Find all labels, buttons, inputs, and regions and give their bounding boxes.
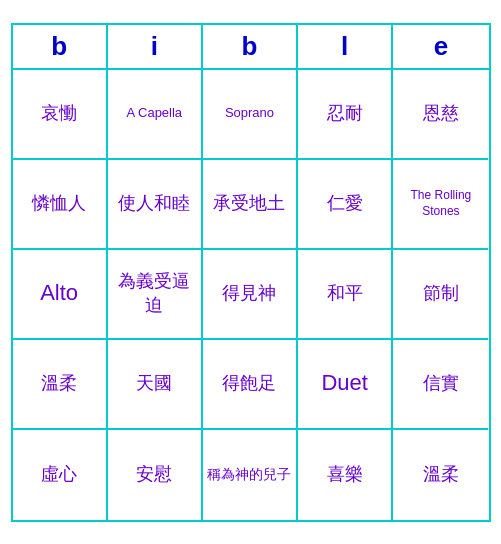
bingo-header: bible [13,25,489,70]
grid-cell-8: 仁愛 [298,160,393,250]
header-cell-i-1: i [108,25,203,68]
grid-cell-2: Soprano [203,70,298,160]
grid-cell-6: 使人和睦 [108,160,203,250]
grid-cell-18: Duet [298,340,393,430]
grid-cell-5: 憐恤人 [13,160,108,250]
grid-cell-3: 忍耐 [298,70,393,160]
grid-cell-7: 承受地土 [203,160,298,250]
bingo-card: bible 哀慟A CapellaSoprano忍耐恩慈憐恤人使人和睦承受地土仁… [11,23,491,522]
grid-cell-10: Alto [13,250,108,340]
header-cell-b-2: b [203,25,298,68]
grid-cell-22: 稱為神的兒子 [203,430,298,520]
grid-cell-17: 得飽足 [203,340,298,430]
grid-cell-16: 天國 [108,340,203,430]
header-cell-b-0: b [13,25,108,68]
grid-cell-23: 喜樂 [298,430,393,520]
header-cell-l-3: l [298,25,393,68]
grid-cell-4: 恩慈 [393,70,488,160]
grid-cell-19: 信實 [393,340,488,430]
grid-cell-11: 為義受逼迫 [108,250,203,340]
header-cell-e-4: e [393,25,488,68]
grid-cell-0: 哀慟 [13,70,108,160]
grid-cell-9: The Rolling Stones [393,160,488,250]
grid-cell-15: 溫柔 [13,340,108,430]
grid-cell-12: 得見神 [203,250,298,340]
grid-cell-14: 節制 [393,250,488,340]
grid-cell-20: 虛心 [13,430,108,520]
grid-cell-21: 安慰 [108,430,203,520]
grid-cell-24: 溫柔 [393,430,488,520]
grid-cell-13: 和平 [298,250,393,340]
bingo-grid: 哀慟A CapellaSoprano忍耐恩慈憐恤人使人和睦承受地土仁愛The R… [13,70,489,520]
grid-cell-1: A Capella [108,70,203,160]
